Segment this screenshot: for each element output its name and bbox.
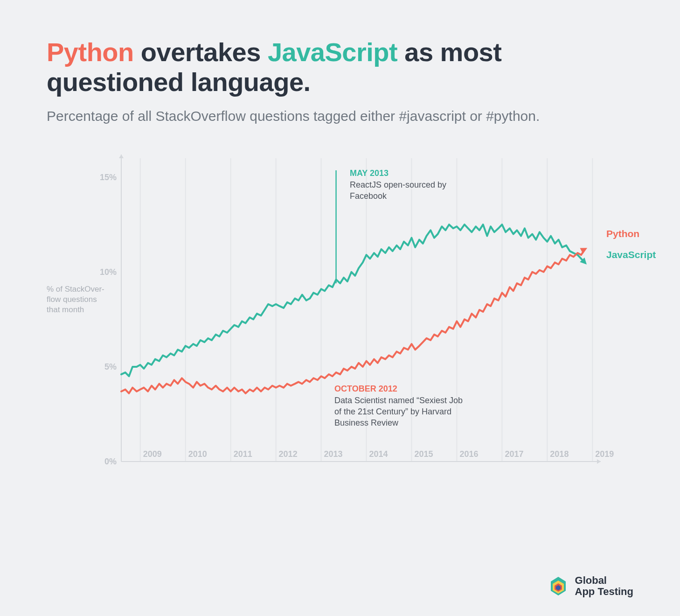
title-word-javascript: JavaScript: [268, 37, 397, 67]
x-tick-label: 2010: [188, 449, 207, 459]
y-tick-label: 5%: [93, 362, 117, 372]
x-tick-label: 2014: [369, 449, 388, 459]
line-chart: % of StackOver-flow questions that month…: [47, 149, 633, 490]
y-tick-label: 0%: [93, 457, 117, 467]
x-tick-label: 2009: [143, 449, 162, 459]
svg-marker-16: [580, 248, 587, 254]
series-python: [121, 249, 585, 393]
x-tick-label: 2019: [595, 449, 614, 459]
page-title: Python overtakes JavaScript as most ques…: [47, 37, 633, 98]
y-tick-label: 15%: [93, 173, 117, 182]
annotation-python: OCTOBER 2012 Data Scientist named “Sexie…: [334, 383, 465, 428]
annotation-javascript: MAY 2013 ReactJS open-sourced by Faceboo…: [350, 168, 471, 202]
x-tick-label: 2011: [234, 449, 252, 459]
x-tick-label: 2016: [459, 449, 478, 459]
brand-logo: Global App Testing: [548, 575, 633, 597]
x-tick-label: 2015: [414, 449, 433, 459]
series-javascript: [121, 224, 585, 376]
x-tick-label: 2012: [279, 449, 298, 459]
series-label-python: Python: [606, 228, 639, 239]
x-tick-label: 2013: [324, 449, 343, 459]
svg-marker-13: [597, 459, 601, 464]
y-tick-label: 10%: [93, 267, 117, 277]
series-label-javascript: JavaScript: [606, 249, 656, 260]
title-word-python: Python: [47, 37, 134, 67]
hexagon-logo-icon: [548, 576, 569, 596]
y-axis-title: % of StackOver-flow questions that month: [47, 284, 112, 315]
svg-marker-14: [119, 154, 124, 158]
subtitle: Percentage of all StackOverflow question…: [47, 107, 633, 126]
x-tick-label: 2017: [505, 449, 523, 459]
x-tick-label: 2018: [550, 449, 569, 459]
